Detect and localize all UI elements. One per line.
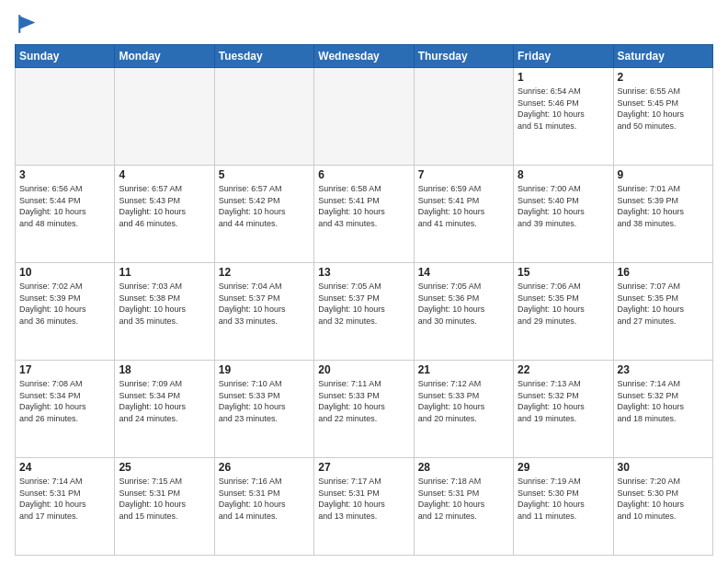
calendar-cell: 18Sunrise: 7:09 AM Sunset: 5:34 PM Dayli…: [115, 361, 214, 458]
calendar-cell: 14Sunrise: 7:05 AM Sunset: 5:36 PM Dayli…: [414, 263, 513, 361]
calendar-cell: 22Sunrise: 7:13 AM Sunset: 5:32 PM Dayli…: [514, 361, 613, 458]
cell-info: Sunrise: 7:04 AM Sunset: 5:37 PM Dayligh…: [219, 281, 310, 327]
calendar-cell: 2Sunrise: 6:55 AM Sunset: 5:45 PM Daylig…: [613, 68, 712, 166]
weekday-header-friday: Friday: [514, 45, 613, 68]
calendar-cell: 15Sunrise: 7:06 AM Sunset: 5:35 PM Dayli…: [514, 263, 613, 361]
day-number: 12: [219, 266, 310, 279]
calendar-cell: [314, 68, 414, 166]
cell-info: Sunrise: 7:15 AM Sunset: 5:31 PM Dayligh…: [119, 476, 210, 522]
logo-icon: [15, 11, 40, 37]
day-number: 1: [518, 71, 609, 84]
day-number: 21: [418, 363, 509, 376]
calendar-cell: 20Sunrise: 7:11 AM Sunset: 5:33 PM Dayli…: [314, 361, 414, 458]
day-number: 3: [19, 168, 110, 181]
cell-info: Sunrise: 6:57 AM Sunset: 5:42 PM Dayligh…: [219, 183, 310, 229]
calendar-cell: 13Sunrise: 7:05 AM Sunset: 5:37 PM Dayli…: [314, 263, 414, 361]
calendar-cell: 24Sunrise: 7:14 AM Sunset: 5:31 PM Dayli…: [16, 458, 115, 556]
day-number: 4: [119, 168, 210, 181]
cell-info: Sunrise: 7:11 AM Sunset: 5:33 PM Dayligh…: [318, 378, 409, 424]
cell-info: Sunrise: 7:16 AM Sunset: 5:31 PM Dayligh…: [219, 476, 310, 522]
cell-info: Sunrise: 7:02 AM Sunset: 5:39 PM Dayligh…: [19, 281, 110, 327]
day-number: 25: [119, 461, 210, 474]
header: [15, 11, 713, 37]
logo: [15, 11, 44, 37]
cell-info: Sunrise: 6:58 AM Sunset: 5:41 PM Dayligh…: [318, 183, 409, 229]
day-number: 10: [19, 266, 110, 279]
day-number: 11: [119, 266, 210, 279]
calendar-cell: 1Sunrise: 6:54 AM Sunset: 5:46 PM Daylig…: [514, 68, 613, 166]
weekday-header-thursday: Thursday: [414, 45, 513, 68]
calendar-cell: 11Sunrise: 7:03 AM Sunset: 5:38 PM Dayli…: [115, 263, 214, 361]
calendar-cell: 9Sunrise: 7:01 AM Sunset: 5:39 PM Daylig…: [613, 166, 712, 263]
cell-info: Sunrise: 7:07 AM Sunset: 5:35 PM Dayligh…: [618, 281, 709, 327]
day-number: 14: [418, 266, 509, 279]
calendar-cell: [414, 68, 513, 166]
calendar-cell: 3Sunrise: 6:56 AM Sunset: 5:44 PM Daylig…: [16, 166, 115, 263]
weekday-header-saturday: Saturday: [613, 45, 712, 68]
calendar-cell: [115, 68, 214, 166]
svg-marker-1: [20, 17, 36, 29]
calendar-cell: 5Sunrise: 6:57 AM Sunset: 5:42 PM Daylig…: [214, 166, 313, 263]
day-number: 30: [618, 461, 709, 474]
weekday-header-monday: Monday: [115, 45, 214, 68]
cell-info: Sunrise: 7:13 AM Sunset: 5:32 PM Dayligh…: [518, 378, 609, 424]
cell-info: Sunrise: 7:10 AM Sunset: 5:33 PM Dayligh…: [219, 378, 310, 424]
week-row-0: 1Sunrise: 6:54 AM Sunset: 5:46 PM Daylig…: [16, 68, 713, 166]
day-number: 17: [19, 363, 110, 376]
day-number: 9: [618, 168, 709, 181]
calendar-cell: 28Sunrise: 7:18 AM Sunset: 5:31 PM Dayli…: [414, 458, 513, 556]
cell-info: Sunrise: 7:09 AM Sunset: 5:34 PM Dayligh…: [119, 378, 210, 424]
cell-info: Sunrise: 7:05 AM Sunset: 5:36 PM Dayligh…: [418, 281, 509, 327]
calendar-cell: 6Sunrise: 6:58 AM Sunset: 5:41 PM Daylig…: [314, 166, 414, 263]
svg-rect-2: [18, 15, 20, 33]
calendar-table: SundayMondayTuesdayWednesdayThursdayFrid…: [15, 44, 713, 556]
calendar-cell: 25Sunrise: 7:15 AM Sunset: 5:31 PM Dayli…: [115, 458, 214, 556]
day-number: 13: [318, 266, 409, 279]
week-row-2: 10Sunrise: 7:02 AM Sunset: 5:39 PM Dayli…: [16, 263, 713, 361]
calendar-cell: [16, 68, 115, 166]
calendar-cell: 30Sunrise: 7:20 AM Sunset: 5:30 PM Dayli…: [613, 458, 712, 556]
day-number: 24: [19, 461, 110, 474]
day-number: 6: [318, 168, 409, 181]
day-number: 7: [418, 168, 509, 181]
cell-info: Sunrise: 6:57 AM Sunset: 5:43 PM Dayligh…: [119, 183, 210, 229]
cell-info: Sunrise: 6:54 AM Sunset: 5:46 PM Dayligh…: [518, 86, 609, 132]
calendar-cell: 10Sunrise: 7:02 AM Sunset: 5:39 PM Dayli…: [16, 263, 115, 361]
calendar-cell: 16Sunrise: 7:07 AM Sunset: 5:35 PM Dayli…: [613, 263, 712, 361]
cell-info: Sunrise: 7:17 AM Sunset: 5:31 PM Dayligh…: [318, 476, 409, 522]
calendar-cell: 21Sunrise: 7:12 AM Sunset: 5:33 PM Dayli…: [414, 361, 513, 458]
calendar-cell: 7Sunrise: 6:59 AM Sunset: 5:41 PM Daylig…: [414, 166, 513, 263]
weekday-header-row: SundayMondayTuesdayWednesdayThursdayFrid…: [16, 45, 713, 68]
calendar-cell: 26Sunrise: 7:16 AM Sunset: 5:31 PM Dayli…: [214, 458, 313, 556]
day-number: 2: [618, 71, 709, 84]
day-number: 16: [618, 266, 709, 279]
cell-info: Sunrise: 6:59 AM Sunset: 5:41 PM Dayligh…: [418, 183, 509, 229]
day-number: 29: [518, 461, 609, 474]
day-number: 19: [219, 363, 310, 376]
cell-info: Sunrise: 7:20 AM Sunset: 5:30 PM Dayligh…: [618, 476, 709, 522]
week-row-1: 3Sunrise: 6:56 AM Sunset: 5:44 PM Daylig…: [16, 166, 713, 263]
day-number: 20: [318, 363, 409, 376]
cell-info: Sunrise: 7:08 AM Sunset: 5:34 PM Dayligh…: [19, 378, 110, 424]
cell-info: Sunrise: 7:18 AM Sunset: 5:31 PM Dayligh…: [418, 476, 509, 522]
weekday-header-sunday: Sunday: [16, 45, 115, 68]
cell-info: Sunrise: 7:06 AM Sunset: 5:35 PM Dayligh…: [518, 281, 609, 327]
day-number: 18: [119, 363, 210, 376]
calendar-cell: 23Sunrise: 7:14 AM Sunset: 5:32 PM Dayli…: [613, 361, 712, 458]
cell-info: Sunrise: 7:14 AM Sunset: 5:31 PM Dayligh…: [19, 476, 110, 522]
week-row-3: 17Sunrise: 7:08 AM Sunset: 5:34 PM Dayli…: [16, 361, 713, 458]
cell-info: Sunrise: 7:03 AM Sunset: 5:38 PM Dayligh…: [119, 281, 210, 327]
calendar-cell: 4Sunrise: 6:57 AM Sunset: 5:43 PM Daylig…: [115, 166, 214, 263]
day-number: 5: [219, 168, 310, 181]
day-number: 15: [518, 266, 609, 279]
cell-info: Sunrise: 7:14 AM Sunset: 5:32 PM Dayligh…: [618, 378, 709, 424]
calendar-cell: [214, 68, 313, 166]
day-number: 8: [518, 168, 609, 181]
day-number: 26: [219, 461, 310, 474]
page: SundayMondayTuesdayWednesdayThursdayFrid…: [0, 0, 728, 563]
calendar-cell: 12Sunrise: 7:04 AM Sunset: 5:37 PM Dayli…: [214, 263, 313, 361]
calendar-cell: 17Sunrise: 7:08 AM Sunset: 5:34 PM Dayli…: [16, 361, 115, 458]
weekday-header-wednesday: Wednesday: [314, 45, 414, 68]
cell-info: Sunrise: 6:55 AM Sunset: 5:45 PM Dayligh…: [618, 86, 709, 132]
cell-info: Sunrise: 7:01 AM Sunset: 5:39 PM Dayligh…: [618, 183, 709, 229]
